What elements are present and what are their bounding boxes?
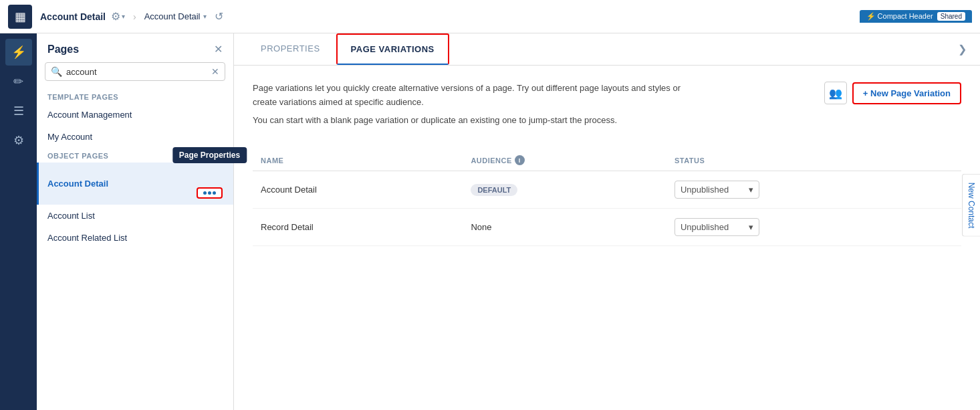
table-header: NAME AUDIENCE i STATUS [253, 150, 961, 171]
row-audience-account-detail: DEFAULT [463, 171, 666, 209]
table-row: Account Detail DEFAULT Unpublished ▾ [253, 171, 961, 209]
page-properties-tooltip-wrapper: Page Properties [197, 169, 223, 199]
audience-info-icon: i [515, 155, 525, 165]
sidebar-title: Pages [47, 43, 79, 56]
sidebar-item-account-detail[interactable]: Account Detail Page Properties [37, 163, 233, 205]
audience-icon-button[interactable]: 👥 [824, 82, 847, 104]
variations-table: NAME AUDIENCE i STATUS [253, 150, 961, 246]
gear-dropdown-arrow: ▾ [122, 13, 125, 20]
topbar-gear-button[interactable]: ⚙ ▾ [111, 10, 125, 23]
breadcrumb-label: Account Detail [144, 11, 201, 21]
sidebar-item-account-related-list[interactable]: Account Related List [37, 227, 233, 249]
sidebar-item-account-management[interactable]: Account Management [37, 104, 233, 126]
page-properties-tooltip: Page Properties [172, 147, 247, 163]
rail-gear-icon[interactable]: ⚙ [5, 127, 32, 154]
breadcrumb-dropdown-arrow: ▾ [203, 13, 207, 20]
audience-icon: 👥 [829, 87, 842, 100]
sidebar-item-account-detail-wrapper: Account Detail Page Properties [37, 163, 233, 205]
tab-properties[interactable]: PROPERTIES [247, 34, 334, 64]
dot-2 [208, 191, 211, 195]
top-row: Page variations let you quickly create a… [253, 82, 961, 131]
dot-3 [213, 191, 216, 195]
col-status-header: STATUS [666, 150, 961, 171]
collapse-panel-icon[interactable]: ❯ [958, 43, 967, 56]
new-page-variation-button[interactable]: + New Page Variation [852, 82, 961, 104]
ellipsis-menu-button[interactable] [197, 187, 223, 199]
status-dropdown-arrow: ▾ [749, 185, 753, 195]
status-dropdown-arrow: ▾ [749, 222, 753, 232]
logo-icon: ▦ [15, 9, 26, 24]
search-clear-icon[interactable]: ✕ [211, 66, 219, 77]
topbar-breadcrumb[interactable]: Account Detail ▾ [144, 11, 207, 21]
main-layout: ⚡ ✏ ☰ ⚙ Pages ✕ 🔍 ✕ TEMPLATE PAGES Accou… [0, 33, 980, 410]
topbar-separator: › [133, 11, 136, 22]
sidebar-close-button[interactable]: ✕ [214, 43, 223, 56]
template-pages-section-label: TEMPLATE PAGES [37, 89, 233, 104]
description-text: Page variations let you quickly create a… [253, 82, 687, 131]
compact-header-badge: ⚡ Compact Header Shared [860, 10, 972, 23]
description-line-2: You can start with a blank page variatio… [253, 114, 687, 128]
sidebar-item-my-account[interactable]: My Account [37, 126, 233, 148]
action-buttons: 👥 + New Page Variation [824, 82, 961, 104]
col-name-header: NAME [253, 150, 463, 171]
audience-badge-default: DEFAULT [471, 184, 517, 196]
content-area: PROPERTIES PAGE VARIATIONS ❯ Page variat… [234, 33, 980, 410]
sidebar-item-label: Account List [47, 211, 95, 221]
pages-sidebar: Pages ✕ 🔍 ✕ TEMPLATE PAGES Account Manag… [37, 33, 234, 410]
new-contact-edge-label[interactable]: New Contact [962, 173, 980, 237]
tab-page-variations[interactable]: PAGE VARIATIONS [336, 33, 449, 65]
sidebar-search-box[interactable]: 🔍 ✕ [45, 62, 225, 81]
status-dropdown-record-detail[interactable]: Unpublished ▾ [675, 218, 759, 236]
app-logo: ▦ [8, 5, 32, 29]
rail-pencil-icon[interactable]: ✏ [5, 68, 32, 95]
sidebar-item-label: Account Management [47, 110, 132, 120]
tabs-bar: PROPERTIES PAGE VARIATIONS ❯ [234, 33, 980, 66]
table-row: Record Detail None Unpublished ▾ [253, 209, 961, 246]
sidebar-item-label: Account Related List [47, 233, 127, 243]
col-audience-header: AUDIENCE i [463, 150, 666, 171]
gear-icon: ⚙ [111, 10, 120, 23]
topbar: ▦ Account Detail ⚙ ▾ › Account Detail ▾ … [0, 0, 980, 33]
sidebar-item-label: Account Detail [47, 179, 108, 189]
sidebar-header: Pages ✕ [37, 33, 233, 62]
shared-badge: Shared [937, 12, 965, 21]
content-body: Page variations let you quickly create a… [234, 66, 980, 410]
topbar-title: Account Detail [40, 11, 106, 22]
table-body: Account Detail DEFAULT Unpublished ▾ [253, 171, 961, 246]
row-name-record-detail: Record Detail [253, 209, 463, 246]
sidebar-item-label: My Account [47, 132, 92, 142]
compact-header-label: ⚡ Compact Header [866, 12, 933, 21]
status-dropdown-account-detail[interactable]: Unpublished ▾ [675, 181, 759, 199]
row-name-account-detail: Account Detail [253, 171, 463, 209]
row-audience-record-detail: None [463, 209, 666, 246]
rail-list-icon[interactable]: ☰ [5, 98, 32, 124]
description-line-1: Page variations let you quickly create a… [253, 82, 687, 110]
dot-1 [203, 191, 207, 195]
sidebar-item-account-list[interactable]: Account List [37, 205, 233, 227]
row-status-record-detail: Unpublished ▾ [666, 209, 961, 246]
row-status-account-detail: Unpublished ▾ [666, 171, 961, 209]
icon-rail: ⚡ ✏ ☰ ⚙ [0, 33, 37, 410]
tabs-right: ❯ [958, 43, 967, 56]
refresh-button[interactable]: ↺ [215, 10, 223, 23]
search-input[interactable] [66, 67, 207, 77]
search-icon: 🔍 [51, 66, 62, 77]
rail-lightning-icon[interactable]: ⚡ [5, 39, 32, 66]
